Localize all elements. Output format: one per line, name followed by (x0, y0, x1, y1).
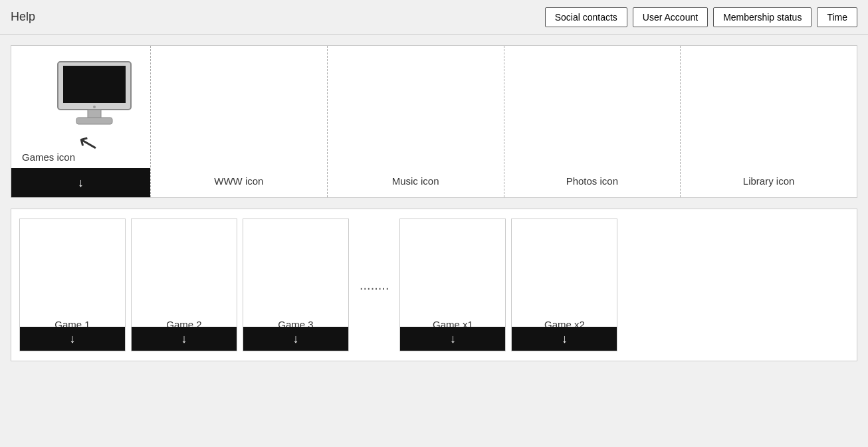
gamex1-download-bar[interactable]: ↓ (400, 327, 505, 351)
www-icon-cell[interactable]: WWW icon (151, 46, 328, 197)
game1-card[interactable]: Game 1icon ↓ (19, 219, 126, 351)
game3-download-bar[interactable]: ↓ (243, 327, 348, 351)
library-icon-cell[interactable]: Library icon (681, 46, 857, 197)
music-icon-label: Music icon (392, 175, 439, 187)
game2-download-bar[interactable]: ↓ (132, 327, 237, 351)
library-icon-label: Library icon (743, 175, 795, 187)
top-bar: Help Social contacts User Account Member… (0, 0, 868, 35)
social-contacts-button[interactable]: Social contacts (545, 7, 627, 27)
games-download-bar[interactable]: ↓ (11, 168, 150, 197)
music-icon-cell[interactable]: Music icon (328, 46, 504, 197)
category-row: ↖ Games icon ↓ WWW icon Music icon Photo… (11, 45, 857, 198)
main-content: ↖ Games icon ↓ WWW icon Music icon Photo… (0, 35, 868, 447)
membership-status-button[interactable]: Membership status (713, 7, 812, 27)
gamex2-download-arrow: ↓ (562, 332, 568, 346)
game1-download-arrow: ↓ (70, 332, 76, 346)
help-label: Help (11, 10, 35, 24)
photos-icon-label: Photos icon (566, 175, 618, 187)
games-ellipsis: ........ (354, 278, 394, 293)
photos-icon-cell[interactable]: Photos icon (504, 46, 681, 197)
monitor-icon (51, 56, 138, 130)
games-row: Game 1icon ↓ Game 2icon ↓ Game 3icon ↓ .… (11, 209, 857, 361)
top-bar-right: Social contacts User Account Membership … (545, 7, 857, 27)
game3-card[interactable]: Game 3icon ↓ (243, 219, 349, 351)
svg-point-4 (93, 106, 96, 108)
time-button[interactable]: Time (817, 7, 857, 27)
game2-card[interactable]: Game 2icon ↓ (131, 219, 237, 351)
games-icon-cell[interactable]: ↖ Games icon ↓ (11, 46, 151, 197)
games-icon-label: Games icon (22, 151, 75, 163)
game2-download-arrow: ↓ (181, 332, 187, 346)
user-account-button[interactable]: User Account (633, 7, 708, 27)
games-download-arrow: ↓ (78, 176, 84, 190)
gamex2-card[interactable]: Game x2icon ↓ (511, 219, 617, 351)
game3-download-arrow: ↓ (293, 332, 299, 346)
svg-rect-1 (63, 66, 126, 103)
svg-rect-3 (76, 118, 112, 124)
gamex1-card[interactable]: Game x1icon ↓ (399, 219, 506, 351)
gamex2-download-bar[interactable]: ↓ (512, 327, 617, 351)
www-icon-label: WWW icon (214, 175, 263, 187)
game1-download-bar[interactable]: ↓ (20, 327, 125, 351)
monitor-display (51, 56, 144, 149)
gamex1-download-arrow: ↓ (450, 332, 456, 346)
